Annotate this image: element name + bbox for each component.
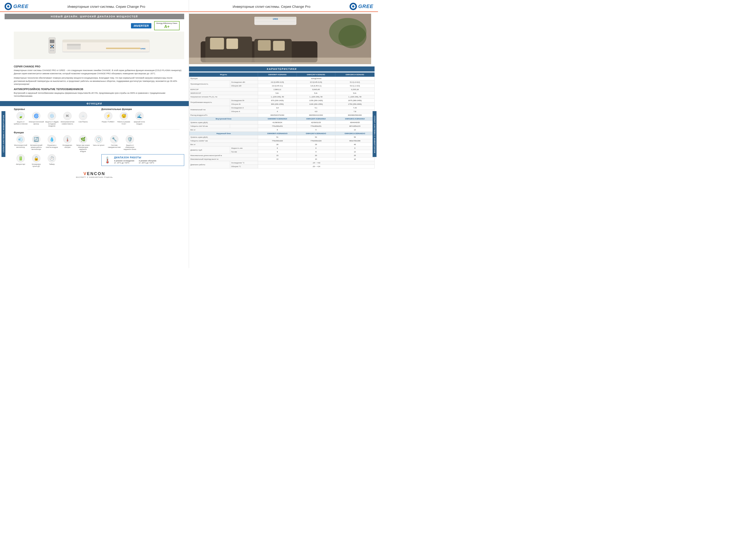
inverter-section: INVERTER Energy Efficiency Class A+ (0, 21, 189, 30)
noise-out-09: 51 (258, 135, 297, 139)
list-item: ☁️ Cold Plasma (76, 112, 90, 127)
outdoor-12: GWH12KF-K3DNA6G/O (297, 132, 335, 135)
outdoor-09: GWH09KF-K3DNA6G/O (258, 132, 297, 135)
current-cool-18: 7,43 (335, 106, 375, 110)
feature-label: Работа в режиме «Сон» (117, 121, 131, 125)
functions-label: Функции (14, 131, 184, 134)
current-cool-09: 3,8 (258, 106, 297, 110)
pipe-liq-18: 6 (335, 147, 375, 150)
gree-logo-circle (5, 3, 12, 10)
table-row: Номинальный ток Охлаждение А 3,8 5,1 7,4… (189, 106, 375, 110)
power-cool-12: 1150 (200-1420) (297, 99, 335, 102)
current-heat-09: 4 (258, 110, 297, 114)
list-item: 🔄 Автоматический режим работы вентилятор… (29, 135, 43, 152)
list-item: 🌿 Запуск при низких температурах наружно… (76, 135, 90, 152)
prod-cool-12: 3,5 (0,45-3,23) (297, 81, 335, 84)
weight-out-18: 46 (335, 143, 375, 147)
eer-12: 3,04/3,45 (297, 88, 335, 91)
pipe-gas-label: Газ мм (230, 150, 258, 154)
airflow-18: 800/680/560/460 (335, 114, 375, 117)
svg-point-5 (53, 47, 54, 49)
list-item: 💧 Осушение и очистка воздуха (45, 135, 59, 152)
svg-point-6 (52, 46, 53, 47)
maxdiff-12: 10 (297, 157, 335, 161)
range-heat-header: в режиме обогрева (139, 160, 156, 162)
lock-icon: 🔒 (32, 154, 40, 162)
extra-items: 🔋 Авторестарт 🔒 Блокировка пульта ДУ ⏱️ … (14, 154, 97, 167)
airflow-icon: 🌊 (135, 112, 144, 120)
dry-icon: 💧 (48, 135, 56, 144)
cold-icon: ❄️ (48, 112, 56, 120)
table-row: Максимальная длина магистралей м 15 20 2… (189, 154, 375, 157)
product-image-area: GREE (14, 32, 184, 59)
outdoor-protect-icon: 🛡️ (126, 135, 134, 144)
feature-label: Запуск при низких температурах наружного… (76, 144, 90, 152)
seer-18: 5,6/- (335, 91, 375, 95)
design-banner: НОВЫЙ ДИЗАЙН. ШИРОКИЙ ДИАПАЗОН МОЩНОСТЕЙ (5, 14, 184, 19)
prod-cool-18: 5,3 (1,2-6,2) (335, 81, 375, 84)
plasma-icon: ☁️ (79, 112, 87, 120)
maxlen-18: 25 (335, 154, 375, 157)
maxdiff-09: 10 (258, 157, 297, 161)
low-temp-icon: 🌿 (79, 135, 87, 144)
feature-label: Режим «TURBO» (102, 121, 115, 123)
weight-in-09: 8 (258, 128, 297, 132)
dims-out-09: 776x540x320 (258, 139, 297, 143)
left-page: СПЛИТ-СИСТЕМА С ИНВЕРТОРОМ GREE Инвертор… (0, 0, 189, 268)
airflow-label: Расход воздуха м³/ч (189, 114, 258, 117)
list-item: 🌀 Электростатический фильтр (29, 112, 43, 127)
table-row: Уровень шума дБ(А) 41/38/30/24 42/39/31/… (189, 121, 375, 124)
range-cool-val: -15 ~ +43 (258, 161, 375, 165)
additional-header: Дополнительные функции (101, 108, 184, 111)
range-cool-value: от -15°С до +43°С (114, 162, 129, 164)
current-heat-18: 7,8 (335, 110, 375, 114)
health-items: 🍃 Защита от грибков и плесени 🌀 Электрос… (14, 112, 97, 127)
timer-icon: ⏱️ (48, 154, 56, 162)
power-heat-09: 900 (200-1550) (258, 102, 297, 106)
heat-cool-icon: 🌡️ (63, 135, 72, 144)
turbo-icon: ⚡ (104, 112, 112, 120)
left-header-title: Инверторные сплит-системы. Серия Change … (28, 5, 184, 9)
voltage-09: 1, (220-240), 50 (258, 95, 297, 99)
list-item: 🕐 Часы на пульте (92, 135, 105, 152)
svg-rect-24 (258, 40, 270, 50)
maxdiff-label: Максимальный перепад высот м (189, 157, 258, 161)
indoor-18: GWH18KG-K3DNA5G/I (335, 117, 375, 121)
series-text1: Инверторные сплит-системы CHANGE PRO от … (14, 69, 183, 75)
gree-text-right: GREE (358, 3, 374, 9)
svg-rect-12 (67, 44, 81, 46)
series-text2: Инверторные технологии обеспечивают плав… (14, 77, 183, 86)
range-label: Диапазон работы (189, 161, 230, 168)
weight-out-12: 29 (297, 143, 335, 147)
health-header: Здоровье (14, 108, 97, 111)
svg-rect-22 (210, 38, 224, 50)
noise-in-09: 41/38/30/24 (258, 121, 297, 124)
additional-items: ⚡ Режим «TURBO» 😴 Работа в режиме «Сон» … (101, 112, 184, 125)
feature-label: Авторестарт (16, 163, 25, 165)
char-banner: ХАРАКТЕРИСТИКИ (189, 66, 375, 72)
range-cool-header: в режиме охлаждения (114, 160, 134, 162)
features-row-top: Здоровье 🍃 Защита от грибков и плесени 🌀… (14, 108, 184, 127)
antikorr-text: Внутренний и наружный теплообменники защ… (14, 92, 183, 98)
list-item: 😴 Работа в режиме «Сон» (117, 112, 131, 125)
list-item: 🔋 Авторестарт (14, 154, 27, 167)
prod-heat-18: 5,6 (1,1-6,0) (335, 84, 375, 88)
feature-label: Широкий поток воздуха (132, 121, 146, 125)
side-label-left: СПЛИТ-СИСТЕМА С ИНВЕРТОРОМ (2, 111, 6, 157)
feature-label: Защита от обдува холодным воздухом (45, 121, 59, 127)
table-row: EER/COP 2,99/3,11 3,04/3,45 3,15/3,18 (189, 88, 375, 91)
range-cols: в режиме охлаждения от -15°С до +43°С в … (114, 160, 157, 164)
table-row: Максимальный перепад высот м 10 10 10 (189, 157, 375, 161)
clock-icon: 🕐 (94, 135, 103, 144)
dims-in-sub (230, 124, 258, 128)
right-header-title: Инверторные сплит-системы. Серия Change … (194, 5, 349, 9)
range-heat-val: -20 ~ +24 (258, 165, 375, 168)
list-item: 🌡️ Охлаждение-обогрев (60, 135, 74, 152)
prod-heat-12: 3,8 (0,45-4,1) (297, 84, 335, 88)
prod-cool-09: 2,6 (0,450-3,23) (258, 81, 297, 84)
ac-unit-icon: GREE (60, 35, 152, 56)
dims-out-18: 963x700x396 (335, 139, 375, 143)
power-label: Потребляемая мощность (189, 99, 230, 106)
emf-icon: 3C (63, 112, 72, 120)
room-photo-svg: GREE (189, 14, 371, 64)
